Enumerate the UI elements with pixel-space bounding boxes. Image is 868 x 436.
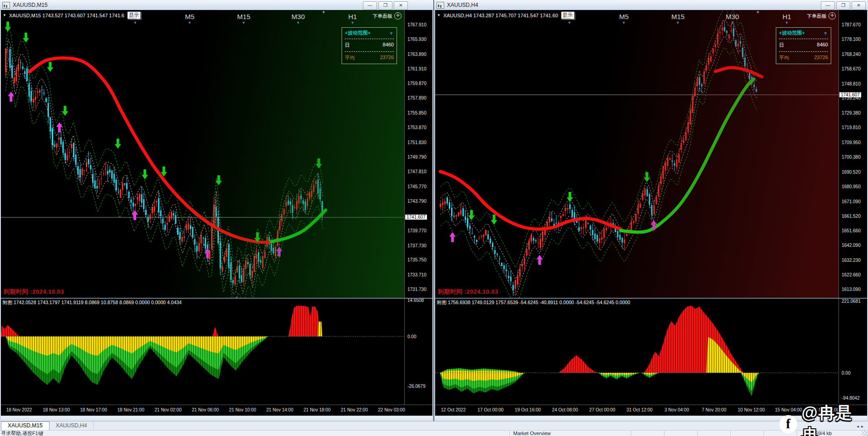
- ohlc-header: ▼ XAUUSD,M15 1743.527 1743.607 1741.547 …: [3, 11, 141, 19]
- price-axis-label: 1753.870: [407, 125, 427, 130]
- current-price-tag: 1741.607: [839, 92, 861, 97]
- price-axis[interactable]: 1787.6701778.1001768.2401758.6701748.810…: [838, 10, 867, 416]
- timeframe-button-h1[interactable]: H1▼: [783, 13, 791, 25]
- indicator-window[interactable]: [435, 306, 838, 405]
- window-titlebar[interactable]: XAUUSD,M15 — ❐ ✕: [0, 0, 433, 10]
- daily-range-label: 日: [345, 42, 350, 49]
- price-axis-label: 1759.870: [407, 81, 427, 86]
- triangle-down-icon: ▼: [671, 21, 684, 25]
- price-axis[interactable]: 1767.9101765.9301763.8901761.9101759.870…: [404, 10, 432, 416]
- indicator-scale-label: 0.00: [842, 371, 850, 376]
- timeframe-button-m15[interactable]: M15▼: [237, 13, 250, 25]
- status-cell: [631, 431, 665, 436]
- histogram-stripes: [435, 306, 838, 405]
- order-panel-button[interactable]: 下单面板 ✛: [372, 12, 402, 20]
- ohlc-text: XAUUSD,H4 1743.287 1745.707 1741.547 174…: [443, 13, 558, 18]
- timeframe-label: M1: [565, 13, 574, 20]
- price-axis-label: 1709.950: [842, 140, 861, 145]
- time-axis-label: 21 Nov 14:00: [266, 407, 293, 412]
- subwindow-divider[interactable]: [435, 298, 867, 299]
- indicator-header: 附图 1742.0528 1743.1797 1741.9119 8.0869 …: [3, 300, 182, 306]
- chart-icon: [436, 2, 444, 9]
- status-market-overview: Market Overview: [510, 431, 631, 436]
- price-axis-label: 1737.730: [407, 243, 427, 248]
- time-axis-label: 18 Nov 2022: [6, 407, 32, 412]
- close-button[interactable]: ✕: [394, 1, 408, 10]
- price-axis-label: 1748.810: [842, 81, 861, 86]
- mt4-workspace: XAUUSD,M15 — ❐ ✕ ▼ XAUUSD,M15 1743.527 1…: [0, 0, 868, 436]
- time-axis-label: 21 Nov 02:00: [154, 407, 182, 412]
- collapse-triangle-icon[interactable]: ▼: [437, 13, 441, 17]
- order-panel-button[interactable]: 下单面板 ✛: [807, 12, 836, 20]
- price-plot[interactable]: ▼ XAUUSD,H4 1743.287 1745.707 1741.547 1…: [435, 10, 838, 298]
- window-titlebar[interactable]: XAUUSD,H4 — ❐ ✕: [434, 0, 868, 10]
- volatility-collapse-icon[interactable]: ▼: [389, 30, 394, 36]
- tab-xauusd-h4[interactable]: XAUUSD,H4: [50, 422, 94, 430]
- price-plot[interactable]: ▼ XAUUSD,M15 1743.527 1743.607 1741.547 …: [1, 10, 404, 298]
- timeframe-button-m5[interactable]: M5▼: [185, 13, 194, 25]
- chart-shift-marker-icon[interactable]: ▼: [756, 10, 760, 15]
- time-axis-label: 24 Oct 08:00: [552, 407, 578, 412]
- status-cell: [665, 431, 698, 436]
- price-axis-label: 1613.090: [842, 287, 861, 292]
- chart-window-h4: XAUUSD,H4 — ❐ ✕ ▼ XAUUSD,H4 1743.287 174…: [434, 0, 868, 421]
- timeframe-button-m1[interactable]: M1▼: [130, 13, 140, 25]
- ohlc-header: ▼ XAUUSD,H4 1743.287 1745.707 1741.547 1…: [437, 11, 575, 19]
- time-axis-label: 3 Nov 04:00: [665, 407, 689, 412]
- tab-xauusd-m15[interactable]: XAUUSD,M15: [1, 421, 50, 430]
- window-controls: — ❐ ✕: [821, 1, 866, 10]
- window-title: XAUUSD,M15: [13, 2, 48, 8]
- price-axis-label: 1758.670: [842, 66, 861, 71]
- timeframe-label: M5: [185, 13, 194, 20]
- indicator-scale-label: 221.0681: [842, 299, 861, 304]
- price-axis-label: 1622.660: [842, 272, 861, 277]
- status-cell: [698, 431, 731, 436]
- price-axis-label: 1661.520: [842, 214, 861, 219]
- timeframe-button-m30[interactable]: M30▼: [292, 13, 305, 25]
- volatility-collapse-icon[interactable]: ▼: [823, 30, 828, 36]
- timeframe-label: M30: [726, 13, 739, 20]
- volatility-info-box[interactable]: +波动范围+ ▼ 日 8460 平均 23726: [776, 27, 831, 64]
- price-axis-label: 1671.090: [842, 199, 861, 204]
- indicator-window[interactable]: [1, 306, 404, 405]
- current-price-tag: 1741.607: [405, 215, 427, 220]
- triangle-down-icon: ▼: [726, 21, 739, 25]
- restore-button[interactable]: ❐: [378, 1, 392, 10]
- close-button[interactable]: ✕: [852, 1, 866, 10]
- watermark-text: @冉是冉: [802, 402, 868, 436]
- dashed-separator: [779, 39, 828, 39]
- triangle-down-icon: ▼: [185, 21, 194, 25]
- collapse-triangle-icon[interactable]: ▼: [3, 13, 6, 17]
- timeframe-button-m30[interactable]: M30▼: [726, 13, 739, 25]
- price-axis-label: 1745.770: [407, 184, 427, 189]
- timeframe-label: M15: [671, 13, 684, 20]
- volatility-info-box[interactable]: +波动范围+ ▼ 日 8460 平均 23726: [342, 27, 397, 64]
- price-axis-label: 1751.830: [407, 140, 427, 145]
- indicator-header: 附图 1756.6938 1749.0129 1757.6539 -54.624…: [437, 300, 630, 306]
- timeframe-label: H1: [783, 13, 791, 20]
- subwindow-divider[interactable]: [1, 298, 432, 299]
- restore-button[interactable]: ❐: [836, 1, 850, 10]
- timeframe-button-h1[interactable]: H1▼: [348, 13, 357, 25]
- price-axis-label: 1757.890: [407, 95, 427, 100]
- price-axis-label: 1765.930: [407, 37, 427, 42]
- timeframe-button-m1[interactable]: M1▼: [565, 13, 574, 25]
- price-axis-label: 1768.240: [842, 52, 861, 57]
- histogram-stripes: [1, 306, 404, 405]
- average-range-label: 平均: [345, 55, 355, 61]
- time-axis-label: 21 Nov 10:00: [229, 407, 256, 412]
- daily-range-label: 日: [779, 42, 784, 49]
- timeframe-button-m5[interactable]: M5▼: [619, 13, 629, 25]
- minimize-button[interactable]: —: [821, 1, 835, 10]
- price-axis-label: 1763.890: [407, 52, 427, 57]
- chart-shift-marker-icon[interactable]: ▼: [322, 10, 326, 15]
- expiry-label: 到期时间 :2024.10.03: [4, 288, 64, 296]
- minimize-button[interactable]: —: [363, 1, 377, 10]
- average-range-value: 23726: [814, 55, 828, 61]
- time-axis[interactable]: 18 Nov 202218 Nov 13:0018 Nov 17:0018 No…: [1, 405, 432, 416]
- expiry-label: 到期时间 :2024.10.03: [438, 288, 498, 296]
- time-axis-label: 18 Nov 21:00: [117, 407, 144, 412]
- timeframe-button-m15[interactable]: M15▼: [671, 13, 684, 25]
- timeframe-label: M1: [130, 13, 140, 20]
- price-axis-label: 1719.810: [842, 125, 861, 130]
